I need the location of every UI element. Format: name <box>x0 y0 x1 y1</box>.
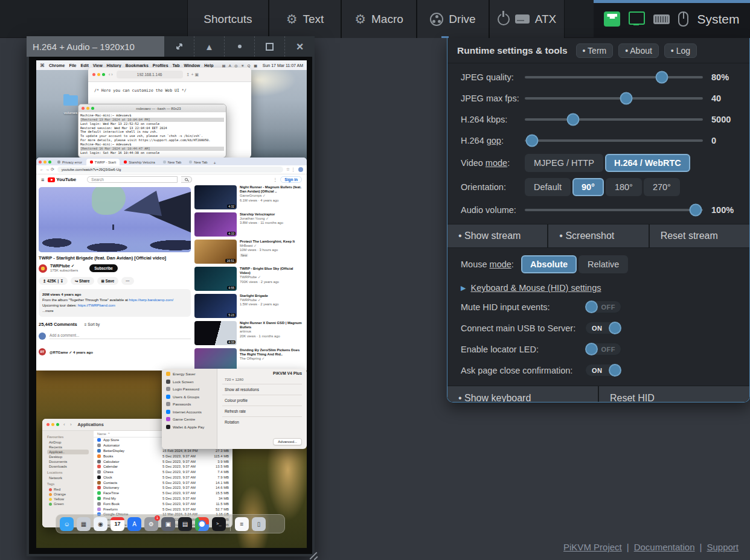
related-video-title: Night Runner X Danni GSD | Magnum Bullet… <box>240 321 304 329</box>
related-video-title: Starlight Brigade <box>240 294 278 298</box>
slider-thumb[interactable] <box>566 113 579 126</box>
orientation-option[interactable]: Default <box>525 178 571 196</box>
slider-track[interactable] <box>525 209 703 211</box>
nav-item-atx[interactable]: ATX <box>489 0 565 38</box>
safari-content: /* Here you can customize the Web UI */ <box>88 82 251 99</box>
browser-tab: Starship Velocira <box>120 159 159 165</box>
slider-value: 80% <box>711 72 729 82</box>
subscribe-button: Subscribe <box>89 264 117 272</box>
slider-row: H.264 kbps: 5000 <box>447 109 749 130</box>
slider-thumb[interactable] <box>620 92 633 104</box>
slider-track[interactable] <box>525 139 703 142</box>
file-name: Calendar <box>103 465 162 468</box>
video-duration: 4:32 <box>227 205 236 208</box>
finder-tag-item: Red <box>47 487 89 492</box>
terminal-line: To update your account to use zsh, pleas… <box>80 134 224 138</box>
file-name: Automator <box>103 444 162 447</box>
slider-thumb[interactable] <box>690 203 702 216</box>
orientation-option[interactable]: 90° <box>572 178 604 196</box>
safari-right-icons: ↥ + ▣ <box>187 72 199 77</box>
orientation-option[interactable]: 270° <box>644 178 680 196</box>
terminal-line: Machine-Mac-mini:~ mdevaev$ <box>80 142 224 147</box>
square-icon[interactable] <box>254 36 284 57</box>
finder-sidebar-item: Applicati.. <box>47 450 89 454</box>
chevron-right-icon: ▶ <box>461 284 466 292</box>
mode-link[interactable]: mode <box>490 259 511 269</box>
stream-window-titlebar[interactable]: H.264 + Audio – 1920x10 ▲ × <box>27 36 315 57</box>
footer-links: PiKVM Project| Documentation| Support <box>563 542 743 552</box>
sidebar-section-title: Tags <box>47 482 94 486</box>
slider-track[interactable] <box>525 118 703 121</box>
app-icon <box>97 481 101 485</box>
finder-sidebar-item: AirDrop <box>47 440 89 445</box>
footer-link[interactable]: Support <box>707 542 739 552</box>
mouse-mode-option[interactable]: Absolute <box>521 255 577 273</box>
stream-action-button[interactable]: • Show stream <box>447 224 547 247</box>
toggle-row: Mute HID input events: OFF <box>447 296 749 317</box>
toggle-switch[interactable]: OFF <box>585 343 621 355</box>
settings-item-icon <box>166 425 170 429</box>
slider-track[interactable] <box>525 76 703 78</box>
toggle-switch[interactable]: ON <box>585 364 621 377</box>
remote-screen[interactable]: ⌘ ChromeFileEditViewHistoryBookmarksProf… <box>36 60 307 548</box>
hid-action-button[interactable]: • Show keyboard <box>447 386 598 402</box>
footer-link[interactable]: Documentation <box>634 542 695 552</box>
related-video-channel: TWRPtube ✓ <box>240 275 304 279</box>
panel-chip-button[interactable]: • Term <box>576 43 614 58</box>
panel-chip-button[interactable]: • Log <box>664 43 697 58</box>
related-video-channel: The Offspring ✓ <box>240 357 304 361</box>
mouse-mode-option[interactable]: Relative <box>579 255 628 273</box>
browser-tab: New Tab <box>185 159 211 165</box>
footer-link[interactable]: PiKVM Project <box>563 542 622 552</box>
nav-item-shortcuts[interactable]: Shortcuts <box>187 0 269 38</box>
slider-track[interactable] <box>525 97 703 100</box>
menubar-item: History <box>107 63 121 68</box>
nav-item-system[interactable]: System <box>594 0 750 38</box>
file-date: 5 Dec 2023, 9:37 AM <box>162 454 207 458</box>
terminal-output: Machine-Mac-mini:~ mdevaev$[Restored 13 … <box>79 112 226 156</box>
related-video-title: Starship Velociraptor <box>240 212 283 217</box>
power-icon <box>498 13 510 25</box>
related-video-meta: 6.1M views · 4 years ago <box>240 199 304 203</box>
slider-thumb[interactable] <box>525 134 538 147</box>
file-date: 5 Dec 2023, 9:37 AM <box>162 508 207 511</box>
video-mode-option[interactable]: H.264 / WebRTC <box>605 154 690 172</box>
audio-volume-row: Audio volume: 100% <box>447 199 749 220</box>
toggle-switch[interactable]: OFF <box>585 301 621 313</box>
related-video-meta: 10M views · 3 hours ago <box>240 248 295 252</box>
panel-chip-button[interactable]: • About <box>618 43 659 58</box>
toggle-switch[interactable]: ON <box>585 322 621 334</box>
window-controls <box>46 423 59 426</box>
mode-link[interactable]: mode <box>486 158 507 168</box>
nav-item-macro[interactable]: ⚙ Macro <box>341 0 417 38</box>
tab-favicon <box>90 161 93 164</box>
app-icon <box>97 444 101 447</box>
hamburger-icon: ≡ <box>41 177 44 183</box>
fan-icon <box>430 13 443 26</box>
nav-macro-label: Macro <box>371 13 403 26</box>
close-icon[interactable]: × <box>284 36 315 57</box>
related-video-channel: Jonathan Young ✓ <box>240 217 283 221</box>
sidebar-section-title: Favourites <box>47 435 94 439</box>
file-date: 5 Dec 2023, 9:37 AM <box>162 476 207 479</box>
dot-icon[interactable] <box>224 36 254 57</box>
nav-item-drive[interactable]: Drive <box>417 0 489 38</box>
window-resize-handle[interactable] <box>309 550 319 560</box>
hid-action-button[interactable]: Reset HID <box>599 386 749 402</box>
stream-action-button[interactable]: • Screenshot <box>548 224 648 247</box>
stream-action-button[interactable]: Reset stream <box>650 224 749 247</box>
triangle-up-icon[interactable]: ▲ <box>194 36 224 57</box>
slider-thumb[interactable] <box>656 71 668 83</box>
settings-row: Show all resolutions <box>222 384 302 395</box>
settings-sidebar: Energy Saver Lock Screen Login Password <box>162 369 217 449</box>
finder-sidebar-item: Recents <box>47 445 89 450</box>
expand-icon[interactable] <box>164 36 194 57</box>
hid-settings-link[interactable]: Keyboard & Mouse (HID) settings <box>470 283 601 293</box>
slider-value: 40 <box>711 94 721 103</box>
comment-author: @RTGame ✓ 4 years ago <box>50 350 93 354</box>
orientation-option[interactable]: 180° <box>606 178 642 196</box>
related-video-item: 5:23 Starlight Brigade TWRPtube ✓ 1.5M v… <box>194 294 304 318</box>
video-mode-option[interactable]: MJPEG / HTTP <box>525 154 603 172</box>
advanced-button: Advanced... <box>273 438 302 445</box>
nav-item-text[interactable]: ⚙ Text <box>269 0 341 38</box>
